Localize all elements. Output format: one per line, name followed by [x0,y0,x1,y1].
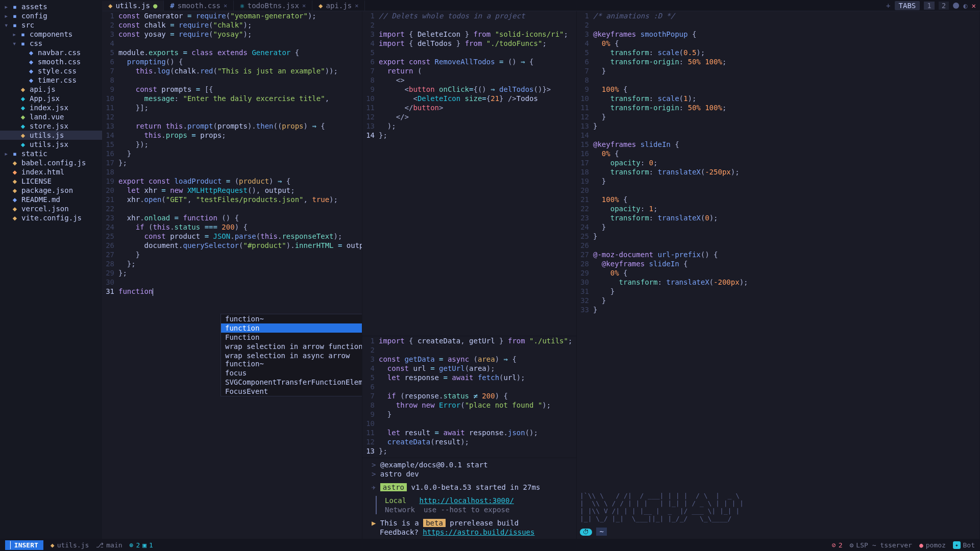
tree-item-index-jsx[interactable]: ◆index.jsx [0,103,102,112]
status-bot[interactable]: ✦Bot [953,541,975,549]
editor-pane-1[interactable]: 1const Generator = require("yeoman-gener… [102,11,362,539]
term-pre2: prerelease build [450,519,519,527]
tree-item-utils-js[interactable]: ◆utils.js [0,131,102,140]
tree-item-vite-config-js[interactable]: ◆vite.config.js [0,213,102,222]
tree-item-smooth-css[interactable]: ◆smooth.css [0,57,102,66]
status-branch[interactable]: ⎇main [96,541,122,549]
completion-item[interactable]: focus⊞Function [221,368,362,378]
tree-item-package-json[interactable]: ◆package.json [0,186,102,195]
status-recording[interactable]: ●pomoz [919,541,946,549]
tree-item-store-jsx[interactable]: ◆store.jsx [0,121,102,131]
tab-todoBtns-jsx[interactable]: ⚛todoBtns.jsx✕ [234,1,312,11]
completion-item[interactable]: function~Snippet [221,314,362,323]
tree-item-src[interactable]: ▾▪src [0,20,102,30]
tree-item-style-css[interactable]: ◆style.css [0,66,102,76]
ascii-art: |`\\ \ / /| / ___| | | | / \ | _ \ | \\ … [580,492,976,522]
terminal[interactable]: > @example/docs@0.0.1 start > astro dev … [362,458,576,539]
file-tree: ▸▪assets▸▪config▾▪src▸▪components▾▪css◆n… [0,0,102,539]
tree-item-utils-jsx[interactable]: ◆utils.jsx [0,140,102,149]
close-group-icon[interactable] [953,3,959,9]
term-local-url[interactable]: http://localhost:3000/ [419,496,513,505]
toggle-icon[interactable]: ◐ [963,2,967,10]
tree-item-api-js[interactable]: ◆api.js [0,85,102,94]
completion-item[interactable]: wrap selection in arrow function~Snippet [221,342,362,351]
beta-badge: beta [423,519,446,527]
completion-item[interactable]: wrap selection in async arrow function~S… [221,351,362,368]
tree-item-vercel-json[interactable]: ◆vercel.json [0,204,102,213]
completion-popup[interactable]: function~Snippetfunction🔑KeywordFunction… [220,314,362,396]
term-feedback-url[interactable]: https://astro.build/issues [423,528,534,536]
close-icon[interactable]: ✕ [355,2,358,9]
tab-utils-js[interactable]: ◆utils.js● [102,1,164,11]
tab-smooth-css[interactable]: #smooth.css✕ [164,1,234,11]
tab-api-js[interactable]: ◆api.js✕ [312,1,365,11]
term-feedback: Feedback? [380,528,419,536]
term-line: astro dev [380,470,419,478]
status-lsp[interactable]: ⚙LSP ~ tsserver [850,541,912,549]
window-close-icon[interactable]: ✕ [972,2,976,10]
term-pre: This is a [380,519,419,527]
tabs-label: TABS [895,1,920,10]
tree-item-static[interactable]: ▸▪static [0,149,102,158]
completion-item[interactable]: function🔑Keyword [221,323,362,333]
term-net-label: Network [385,506,415,514]
astro-badge: astro [380,483,407,491]
editor-pane-2[interactable]: 1// Delets whole todos in a project23imp… [362,11,577,539]
tab-group-1[interactable]: 1 [924,2,934,10]
time-indicator: ⏱ [580,529,592,536]
tree-item-css[interactable]: ▾▪css [0,39,102,48]
tree-item-config[interactable]: ▸▪config [0,11,102,20]
new-tab-button[interactable]: + [886,2,890,10]
tree-item-components[interactable]: ▸▪components [0,30,102,39]
tree-item-timer-css[interactable]: ◆timer.css [0,76,102,85]
cwd-tilde: ~ [596,528,606,536]
close-icon[interactable]: ✕ [302,2,306,9]
editor-pane-3[interactable]: 1/* animations :D */23@keyframes smoothP… [577,11,980,539]
status-errors[interactable]: ⊘2 [832,541,843,549]
tab-group-2[interactable]: 2 [939,2,949,10]
term-line: @example/docs@0.0.1 start [380,461,488,469]
tabs-bar: ◆utils.js●#smooth.css✕⚛todoBtns.jsx✕◆api… [102,0,980,11]
tree-item-index-html[interactable]: ◆index.html [0,167,102,177]
term-net-text: use --host to expose [424,506,510,514]
statusbar: ▏INSERT ◆utils.js ⎇main ⊕2 ▣1 ⊘2 ⚙LSP ~ … [0,539,980,551]
completion-item[interactable]: FunctionαVariable [221,333,362,342]
term-version: v1.0.0-beta.53 started in 27ms [411,483,540,491]
term-local-label: Local [385,496,406,505]
tree-item-assets[interactable]: ▸▪assets [0,2,102,11]
mode-indicator: ▏INSERT [5,540,43,550]
status-file[interactable]: ◆utils.js [51,541,89,549]
tree-item-App-jsx[interactable]: ◆App.jsx [0,94,102,103]
completion-item[interactable]: FocusEventαVariable [221,387,362,396]
tree-item-navbar-css[interactable]: ◆navbar.css [0,48,102,57]
completion-item[interactable]: SVGComponentTransferFunctionElementαVari… [221,378,362,387]
tree-item-README-md[interactable]: ◆README.md [0,195,102,204]
close-icon[interactable]: ✕ [224,2,227,9]
tree-item-babel-config-js[interactable]: ◆babel.config.js [0,158,102,167]
status-git-changes: ⊕2 ▣1 [130,541,153,549]
tree-item-land-vue[interactable]: ◆land.vue [0,112,102,121]
tree-item-LICENSE[interactable]: ◆LICENSE [0,177,102,186]
